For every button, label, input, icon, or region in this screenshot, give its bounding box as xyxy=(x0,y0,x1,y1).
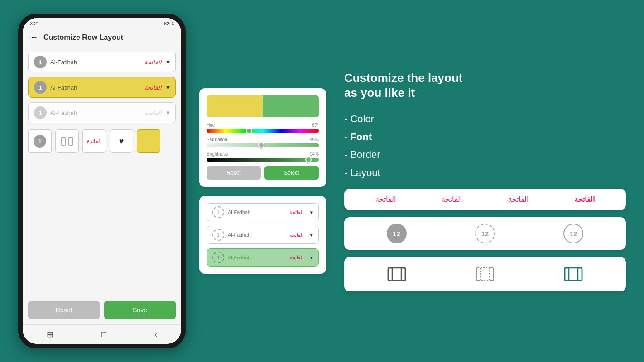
border-rows: 1 Al-Fatihah الفاتحة ♥ 1 Al-Fatihah الفا… xyxy=(207,203,319,267)
phone-title: Customize Row Layout xyxy=(43,33,123,42)
hue-label-row: Hue 67° xyxy=(207,123,319,128)
phone-mockup: 3:21 82% ← Customize Row Layout 1 Al-Fat… xyxy=(18,14,186,348)
row-item-left-2: 1 Al-Fatihah xyxy=(34,81,77,94)
latin-text-1: Al-Fatihah xyxy=(50,59,77,66)
status-battery: 82% xyxy=(164,21,174,26)
sat-label-row: Saturation 46% xyxy=(207,137,319,142)
font-options-card: الفاتحة الفاتحة الفاتحة الفاتحة xyxy=(344,189,626,210)
row-item-left-3: 1 Al-Fatihah xyxy=(34,106,77,119)
phone-reset-button[interactable]: Reset xyxy=(28,301,100,319)
svg-rect-6 xyxy=(476,268,481,281)
features-list: - Color - Font - Border - Layout xyxy=(344,110,626,181)
bright-label: Brightness xyxy=(207,152,228,157)
color-preview-right xyxy=(263,95,319,117)
heart-icon-1: ♥ xyxy=(166,58,170,66)
color-reset-button[interactable]: Reset xyxy=(207,166,261,180)
row-item-left-1: 1 Al-Fatihah xyxy=(34,56,77,68)
phone-content: 1 Al-Fatihah الفاتحة ♥ 1 Al-Fatihah الفا… xyxy=(23,46,181,295)
part-heart[interactable]: ♥ xyxy=(110,129,133,153)
border-latin-3: Al-Fatihah xyxy=(228,255,250,260)
phone-screen: 3:21 82% ← Customize Row Layout 1 Al-Fat… xyxy=(23,18,181,344)
number-circle-1: 1 xyxy=(34,56,47,68)
part-number[interactable]: 1 xyxy=(28,129,52,153)
num-style-dotted[interactable]: 12 xyxy=(475,224,495,243)
right-column: Customize the layoutas you like it - Col… xyxy=(340,71,626,292)
phone-header: ← Customize Row Layout xyxy=(23,29,181,46)
feature-border: - Border xyxy=(344,146,626,164)
border-arabic-1: الفاتحة xyxy=(289,210,303,215)
hue-slider-row: Hue 67° xyxy=(207,123,319,133)
border-row-2[interactable]: 1 Al-Fatihah الفاتحة ♥ xyxy=(207,226,319,244)
sat-thumb[interactable] xyxy=(258,142,264,148)
num-style-solid[interactable]: 12 xyxy=(387,224,407,243)
bracket-style-colored[interactable] xyxy=(562,263,584,285)
part-bracket[interactable] xyxy=(55,129,79,153)
row-item-right-2: الفاتحة ♥ xyxy=(144,84,170,91)
parts-row: 1 العائدة ♥ xyxy=(28,128,176,155)
bright-label-row: Brightness 94% xyxy=(207,152,319,157)
bracket-style-plain[interactable] xyxy=(386,263,408,285)
bracket-options-card xyxy=(344,257,626,291)
border-heart-2: ♥ xyxy=(310,232,313,238)
sat-value: 46% xyxy=(310,137,319,142)
saturation-slider-row: Saturation 46% xyxy=(207,137,319,147)
border-row-3[interactable]: 1 Al-Fatihah الفاتحة ♥ xyxy=(207,248,319,267)
part-color-swatch[interactable] xyxy=(137,129,160,153)
color-preview xyxy=(207,95,319,117)
bracket-dotted-svg xyxy=(475,267,495,282)
row-item-1[interactable]: 1 Al-Fatihah الفاتحة ♥ xyxy=(28,52,176,72)
svg-rect-2 xyxy=(388,268,405,281)
color-picker-card: Hue 67° Saturation 46% Brightness 94% xyxy=(199,88,326,187)
arabic-text-3: الفاتحة xyxy=(144,110,162,116)
svg-rect-8 xyxy=(565,268,582,281)
svg-rect-3 xyxy=(388,268,392,281)
font-sample-3: الفاتحة xyxy=(508,195,529,204)
num-style-outline[interactable]: 12 xyxy=(563,224,583,243)
bright-thumb[interactable] xyxy=(305,157,312,163)
hue-thumb[interactable] xyxy=(246,128,252,134)
phone-save-button[interactable]: Save xyxy=(104,301,176,319)
row-item-right-1: الفاتحة ♥ xyxy=(144,58,170,66)
bright-value: 94% xyxy=(310,152,319,157)
svg-rect-4 xyxy=(401,268,405,281)
latin-text-2: Al-Fatihah xyxy=(50,84,77,91)
saturation-track[interactable] xyxy=(207,143,319,147)
svg-rect-5 xyxy=(476,268,494,281)
brightness-slider-row: Brightness 94% xyxy=(207,152,319,162)
hue-value: 67° xyxy=(312,123,319,128)
bracket-style-dotted[interactable] xyxy=(474,263,496,285)
back-arrow-icon[interactable]: ← xyxy=(30,33,38,42)
border-heart-1: ♥ xyxy=(310,210,313,215)
row-item-3[interactable]: 1 Al-Fatihah الفاتحة ♥ xyxy=(28,102,176,123)
border-dashed-circle-2: 1 xyxy=(212,229,224,241)
border-dashed-circle-1: 1 xyxy=(212,206,224,218)
nav-home-icon[interactable]: □ xyxy=(101,330,106,339)
part-heart-icon: ♥ xyxy=(119,137,124,146)
nav-back-icon[interactable]: ‹ xyxy=(154,330,157,339)
feature-color: - Color xyxy=(344,110,626,128)
phone-buttons-row: Reset Save xyxy=(23,295,181,324)
status-time: 3:21 xyxy=(30,21,39,26)
row-item-2[interactable]: 1 Al-Fatihah الفاتحة ♥ xyxy=(28,77,176,98)
svg-rect-9 xyxy=(565,268,569,281)
border-arabic-3: الفاتحة xyxy=(289,255,303,261)
part-arabic[interactable]: العائدة xyxy=(82,129,106,153)
part-number-circle: 1 xyxy=(34,135,46,148)
brightness-track[interactable] xyxy=(207,158,319,162)
nav-menu-icon[interactable]: ⊞ xyxy=(47,329,53,339)
number-options-card: 12 12 12 xyxy=(344,217,626,250)
bracket-plain-svg xyxy=(387,267,407,282)
color-select-button[interactable]: Select xyxy=(264,166,319,180)
heart-icon-3: ♥ xyxy=(166,109,170,116)
hue-track[interactable] xyxy=(207,129,319,133)
svg-rect-7 xyxy=(490,268,494,281)
heart-icon-2: ♥ xyxy=(166,84,170,91)
border-row-1[interactable]: 1 Al-Fatihah الفاتحة ♥ xyxy=(207,203,319,221)
feature-layout: - Layout xyxy=(344,164,626,182)
color-preview-left xyxy=(207,95,263,117)
bracket-colored-svg xyxy=(563,267,583,282)
feature-font: - Font xyxy=(344,128,626,146)
hue-label: Hue xyxy=(207,123,215,128)
latin-text-3: Al-Fatihah xyxy=(50,110,77,116)
font-sample-1: الفاتحة xyxy=(375,195,396,204)
